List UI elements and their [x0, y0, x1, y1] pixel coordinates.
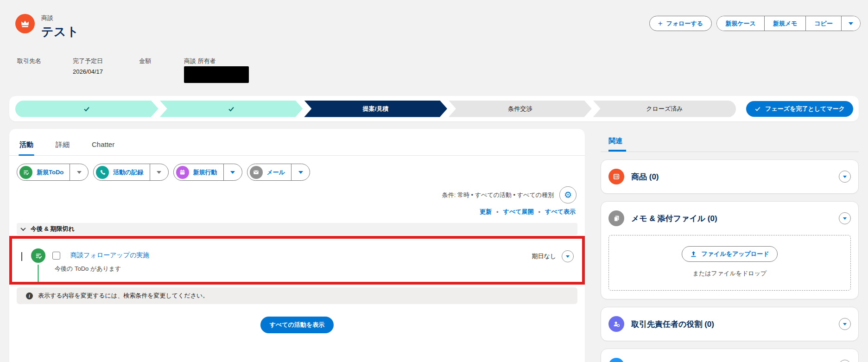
task-title-link[interactable]: 商談フォローアップの実施 — [70, 251, 149, 260]
card-count: (0) — [708, 214, 717, 223]
path-stage-2-complete[interactable] — [160, 101, 303, 117]
task-due-label: 期日なし — [532, 252, 556, 260]
card-dropdown-button[interactable] — [839, 318, 851, 330]
log-a-call-button[interactable]: 活動の記録 — [94, 164, 149, 180]
expand-all-link[interactable]: すべて展開 — [503, 208, 534, 216]
mark-stage-complete-button[interactable]: フェーズを完了としてマーク — [746, 101, 853, 117]
refresh-link[interactable]: 更新 — [480, 208, 492, 216]
card-title-text: 商品 — [631, 172, 647, 181]
tab-activity[interactable]: 活動 — [19, 129, 34, 155]
task-checkbox[interactable] — [52, 252, 60, 260]
log-a-call-icon — [96, 166, 109, 179]
upcoming-overdue-section-header[interactable]: 今後 & 期限切れ — [17, 223, 577, 235]
header-button-group: 新規ケース 新規メモ コピー — [716, 16, 861, 31]
opportunity-crown-icon — [15, 14, 35, 33]
log-a-call-dropdown[interactable] — [150, 164, 168, 180]
field-amount: 金額 — [139, 57, 184, 83]
more-actions-button[interactable] — [842, 16, 860, 31]
section-header-label: 今後 & 期限切れ — [31, 225, 75, 233]
task-icon — [19, 166, 32, 179]
log-a-call-label: 活動の記録 — [113, 168, 143, 177]
card-count: (0) — [649, 172, 659, 181]
path-track: 提案/見積 条件交渉 クローズ済み — [15, 101, 736, 117]
task-actions-dropdown[interactable] — [562, 250, 574, 262]
card-title: パートナー (0) — [631, 361, 683, 362]
field-close-date: 完了予定日 2026/04/17 — [73, 57, 139, 83]
card-dropdown-button[interactable] — [839, 360, 851, 362]
card-title: 取引先責任者の役割 (0) — [631, 319, 714, 330]
view-all-activities-wrap: すべての活動を表示 — [9, 317, 585, 333]
new-task-button[interactable]: 新規ToDo — [17, 164, 70, 180]
entity-label: 商談 — [41, 14, 79, 22]
task-subtitle: 今後の ToDo があります — [55, 265, 121, 273]
task-expand-chevron[interactable] — [21, 253, 22, 261]
upload-files-button[interactable]: ファイルをアップロード — [682, 246, 777, 262]
tab-chatter[interactable]: Chatter — [91, 129, 115, 155]
tab-details[interactable]: 詳細 — [55, 129, 70, 155]
follow-button[interactable]: + フォローする — [649, 16, 712, 31]
chevron-down-icon — [843, 323, 847, 325]
chevron-down-icon — [157, 171, 161, 174]
file-dropzone[interactable]: ファイルをアップロード またはファイルをドロップ — [608, 235, 851, 291]
copy-button[interactable]: コピー — [806, 16, 842, 31]
check-icon — [754, 106, 761, 112]
new-task-dropdown[interactable] — [70, 164, 88, 180]
task-icon — [31, 248, 45, 263]
chevron-down-icon — [843, 217, 847, 220]
related-card-header[interactable]: パートナー (0) — [601, 349, 858, 362]
email-dropdown[interactable] — [291, 164, 310, 180]
new-event-dropdown[interactable] — [223, 164, 242, 180]
related-tab-row: 関連 — [601, 137, 859, 152]
filter-summary: 条件: 常時 • すべての活動 • すべての種別 — [442, 191, 554, 199]
field-label: 商談 所有者 — [184, 57, 249, 65]
chevron-down-icon — [298, 171, 303, 174]
check-icon — [82, 105, 91, 113]
new-event-button-group: 新規行動 — [173, 164, 242, 181]
path-stage-closed[interactable]: クローズ済み — [593, 101, 736, 117]
field-owner: 商談 所有者 — [184, 57, 249, 83]
follow-button-label: フォローする — [666, 19, 703, 28]
chevron-right-icon — [21, 252, 22, 261]
path-stage-negotiation[interactable]: 条件交渉 — [449, 101, 592, 117]
path-stage-proposal[interactable]: 提案/見積 — [304, 101, 447, 117]
highlights-panel: 取引先名 完了予定日 2026/04/17 金額 商談 所有者 — [17, 57, 249, 83]
contact-roles-icon — [608, 316, 624, 332]
related-card-header[interactable]: 商品 (0) — [601, 160, 858, 193]
task-due-area: 期日なし — [532, 250, 574, 262]
new-event-label: 新規行動 — [193, 168, 217, 177]
field-label: 完了予定日 — [73, 57, 139, 65]
main-tabs: 活動 詳細 Chatter — [9, 129, 585, 156]
card-dropdown-button[interactable] — [839, 212, 851, 224]
chevron-down-icon — [77, 171, 82, 174]
view-all-activities-button[interactable]: すべての活動を表示 — [260, 317, 334, 333]
log-a-call-button-group: 活動の記録 — [93, 164, 168, 181]
partners-icon — [608, 358, 624, 362]
activity-panel: 活動 詳細 Chatter 新規ToDo 活動の記録 — [9, 129, 585, 362]
view-all-link[interactable]: すべて表示 — [545, 208, 576, 216]
new-note-button[interactable]: 新規メモ — [765, 16, 806, 31]
highlighted-task-row: 商談フォローアップの実施 今後の ToDo があります 期日なし — [9, 236, 585, 285]
email-button[interactable]: メール — [247, 164, 291, 180]
related-card-header[interactable]: 取引先責任者の役割 (0) — [601, 307, 858, 341]
filter-settings-button[interactable]: ⚙ — [559, 186, 577, 203]
activity-links-line: 更新 • すべて展開 • すべて表示 — [9, 203, 585, 216]
related-card-header[interactable]: メモ & 添付ファイル (0) — [601, 202, 858, 235]
path-stage-1-complete[interactable] — [15, 101, 158, 117]
new-event-button[interactable]: 新規行動 — [174, 164, 223, 180]
check-icon — [227, 105, 235, 113]
email-label: メール — [267, 168, 285, 177]
email-button-group: メール — [247, 164, 310, 181]
link-separator: • — [496, 209, 499, 216]
event-icon — [176, 166, 189, 179]
new-case-button[interactable]: 新規ケース — [717, 16, 765, 31]
chevron-down-icon — [230, 171, 235, 174]
card-dropdown-button[interactable] — [839, 171, 851, 183]
info-icon: i — [26, 292, 33, 299]
tab-related[interactable]: 関連 — [608, 137, 622, 152]
chevron-down-icon — [843, 176, 847, 178]
new-task-button-group: 新規ToDo — [17, 164, 89, 181]
related-card-notes-attachments: メモ & 添付ファイル (0) ファイルをアップロード またはファイルをドロップ — [601, 201, 859, 299]
plus-icon: + — [658, 19, 663, 27]
gear-icon: ⚙ — [564, 190, 572, 200]
sales-path: 提案/見積 条件交渉 クローズ済み フェーズを完了としてマーク — [9, 96, 859, 121]
